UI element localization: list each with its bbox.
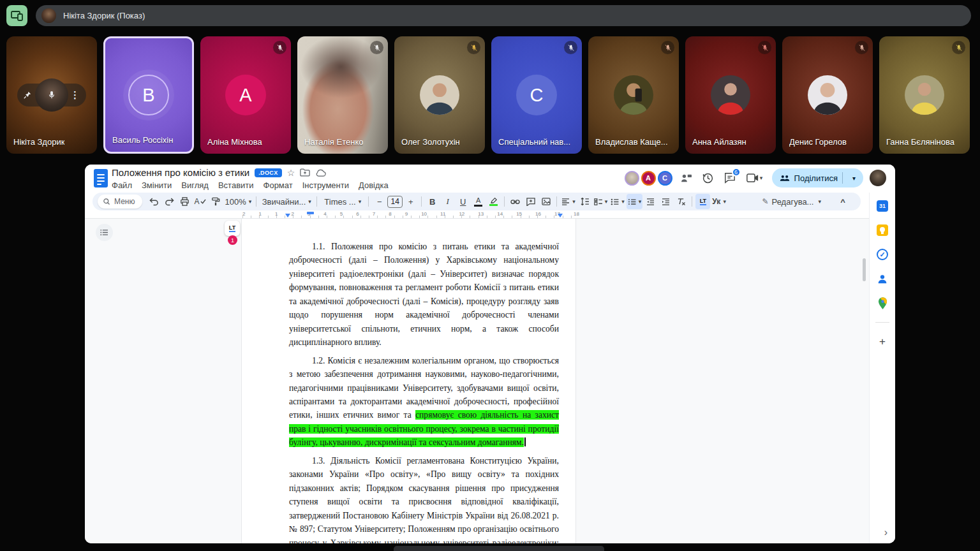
first-line-indent-marker[interactable] — [307, 212, 314, 214]
redo-button[interactable] — [162, 194, 177, 209]
participant-tile[interactable]: Владислав Каще... — [588, 36, 679, 154]
languagetool-error-badge[interactable]: 1 — [228, 235, 237, 245]
spellcheck-button[interactable]: A — [193, 194, 207, 209]
keep-icon[interactable] — [877, 224, 888, 236]
avatar-photo — [420, 75, 459, 115]
vertical-scrollbar-thumb[interactable] — [863, 258, 866, 281]
menu-file[interactable]: Файл — [112, 180, 132, 190]
document-page[interactable]: 1.1. Положення про комісію з питань етик… — [241, 219, 576, 543]
participant-name: Нікіта Здорик — [13, 137, 64, 147]
increase-indent-button[interactable] — [658, 194, 673, 209]
clear-formatting-button[interactable] — [674, 194, 688, 209]
participant-tile[interactable]: Денис Горелов — [782, 36, 873, 154]
input-tools-button[interactable]: Ук ▾ — [711, 194, 727, 209]
align-button[interactable]: ▾ — [560, 194, 577, 209]
account-avatar[interactable] — [870, 170, 886, 186]
show-outline-button[interactable] — [96, 224, 113, 241]
menu-view[interactable]: Вигляд — [181, 180, 209, 190]
tasks-icon[interactable]: ✓ — [877, 249, 888, 260]
move-folder-icon[interactable] — [300, 168, 310, 177]
divider — [368, 196, 369, 207]
docs-side-panel: 31 ✓ + › — [869, 193, 895, 543]
document-text: 1.1. Положення про комісію з питань етик… — [242, 219, 575, 543]
increase-font-button[interactable]: + — [403, 194, 418, 209]
text-color-button[interactable]: A — [471, 194, 486, 209]
participant-name: Денис Горелов — [789, 137, 847, 147]
text-cursor — [524, 437, 526, 446]
undo-button[interactable] — [147, 194, 161, 209]
docs-menu-bar: Файл Змінити Вигляд Вставити Формат Інст… — [112, 180, 389, 190]
font-value: Times ... — [324, 197, 355, 207]
expand-chevron-icon[interactable]: › — [884, 527, 887, 538]
version-history-icon[interactable] — [701, 170, 716, 186]
pin-icon[interactable] — [24, 91, 31, 99]
italic-button[interactable]: I — [440, 194, 455, 209]
font-size-field[interactable]: 14 — [387, 196, 403, 208]
participant-tile[interactable]: Наталія Етенко — [297, 36, 388, 154]
decrease-font-button[interactable]: − — [372, 194, 387, 209]
participant-tile[interactable]: С Спеціальний нав... — [491, 36, 582, 154]
add-addon-button[interactable]: + — [879, 335, 886, 348]
muted-mic-icon — [661, 41, 674, 54]
muted-mic-icon — [758, 41, 771, 54]
add-comment-button[interactable] — [523, 194, 538, 209]
comments-icon[interactable]: 6 — [722, 170, 738, 186]
right-margin-marker[interactable] — [558, 214, 563, 217]
menu-search-button[interactable]: Меню — [98, 195, 142, 209]
calendar-icon[interactable]: 31 — [877, 200, 888, 212]
menu-tools[interactable]: Інструменти — [302, 180, 349, 190]
star-icon[interactable]: ☆ — [287, 168, 295, 178]
checklist-button[interactable]: ▾ — [593, 194, 609, 209]
insert-link-button[interactable] — [508, 194, 523, 209]
line-spacing-button[interactable] — [577, 194, 592, 209]
collaborator-avatar[interactable]: А — [641, 171, 656, 186]
paragraph-style-select[interactable]: Звичайни... ▾ — [260, 194, 313, 209]
cloud-status-icon[interactable] — [315, 169, 326, 177]
participant-tile[interactable]: Ганна Бєлянінова — [879, 36, 970, 154]
menu-format[interactable]: Формат — [264, 180, 293, 190]
avatar-photo — [711, 75, 750, 115]
print-button[interactable] — [177, 194, 192, 209]
collaborator-avatar[interactable]: С — [658, 171, 672, 186]
divider — [256, 196, 256, 207]
divider — [692, 196, 692, 207]
underline-button[interactable]: U — [456, 194, 470, 209]
numbered-list-button[interactable]: ▾ — [627, 194, 643, 209]
participant-tile[interactable]: Анна Айлазян — [685, 36, 776, 154]
bulleted-list-button[interactable]: ▾ — [609, 194, 626, 209]
participant-tile[interactable]: А Аліна Міхнова — [200, 36, 291, 154]
left-margin-marker[interactable] — [285, 214, 290, 217]
languagetool-toolbar-button[interactable]: LT — [695, 194, 710, 209]
more-options-icon[interactable]: ⋮ — [70, 89, 80, 101]
bold-button[interactable]: B — [425, 194, 440, 209]
editing-mode-select[interactable]: ✎ Редагува... ▾ — [762, 194, 821, 209]
highlight-color-button[interactable] — [486, 194, 501, 209]
participant-tile-self[interactable]: ⋮ Нікіта Здорик — [6, 36, 97, 154]
decrease-indent-button[interactable] — [643, 194, 658, 209]
share-button[interactable]: Поділитися ▾ — [772, 168, 863, 187]
avatar-photo — [614, 75, 653, 115]
follow-presenter-icon[interactable] — [679, 170, 694, 186]
meet-controls-hint-bar[interactable] — [394, 546, 604, 551]
participant-tile[interactable]: Олег Золотухін — [394, 36, 485, 154]
meet-camera-button[interactable]: ▾ — [744, 170, 766, 186]
avatar-letter: А — [225, 75, 266, 115]
document-title[interactable]: Положення про комісію з етики — [112, 167, 249, 178]
maps-icon[interactable] — [878, 297, 887, 309]
participant-tile[interactable]: В Василь Россіхін — [103, 36, 194, 154]
menu-help[interactable]: Довідка — [359, 180, 389, 190]
zoom-select[interactable]: 100% ▾ — [223, 194, 253, 209]
mic-icon[interactable] — [47, 90, 57, 100]
chevron-down-icon[interactable]: ▾ — [847, 175, 861, 182]
muted-mic-icon — [467, 41, 480, 54]
menu-edit[interactable]: Змінити — [142, 180, 172, 190]
font-select[interactable]: Times ... ▾ — [320, 194, 365, 209]
collaborator-avatar-photo[interactable] — [625, 171, 639, 186]
paint-format-button[interactable] — [208, 194, 223, 209]
hide-menus-button[interactable]: ^ — [835, 194, 850, 209]
menu-insert[interactable]: Вставити — [218, 180, 254, 190]
languagetool-floating-button[interactable]: LT — [225, 221, 240, 236]
avatar-photo — [808, 75, 847, 115]
contacts-icon[interactable] — [877, 273, 888, 284]
insert-image-button[interactable] — [538, 194, 553, 209]
